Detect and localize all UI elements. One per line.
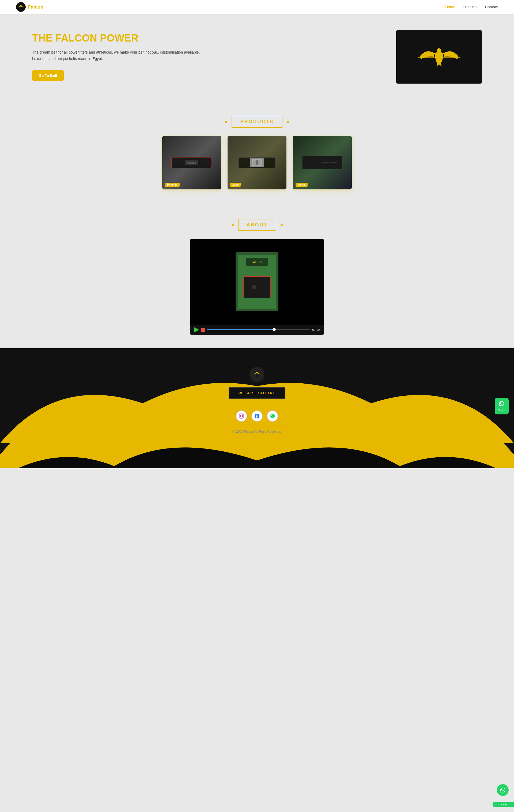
svg-text:FALCON: FALCON	[187, 162, 196, 164]
video-content: FALCON	[236, 252, 278, 311]
time-display: 00:10	[312, 328, 320, 331]
brand-name: Falcon	[28, 4, 43, 10]
product-card-3[interactable]: Venus	[293, 136, 352, 190]
product-card-1[interactable]: FALCON Phoenix	[162, 136, 221, 190]
logo-falcon-icon	[18, 4, 24, 10]
whatsapp-share-label: Share	[497, 409, 507, 411]
whatsapp-share-icon	[497, 401, 507, 408]
product-label-1: Phoenix	[165, 183, 180, 187]
social-box: WE ARE SOCIAL	[229, 387, 285, 399]
products-grid: FALCON Phoenix	[0, 136, 514, 190]
product-label-2: Levo	[230, 183, 241, 187]
video-screen: FALCON	[190, 239, 324, 325]
svg-point-18	[322, 162, 323, 164]
svg-point-13	[335, 162, 336, 164]
belt-svg-3	[301, 150, 344, 175]
hero-text: THE FALCON POWER The dream belt for all …	[32, 33, 386, 81]
svg-point-17	[324, 162, 326, 164]
svg-point-14	[332, 162, 334, 164]
nav-home[interactable]: Home	[445, 5, 455, 9]
dot-left	[225, 121, 227, 123]
social-title: WE ARE SOCIAL	[239, 391, 275, 395]
product-image-1: FALCON	[162, 136, 221, 190]
hero-falcon-svg	[418, 41, 460, 73]
logo[interactable]: Falcon	[16, 2, 43, 12]
svg-point-16	[327, 162, 329, 164]
hero-description: The dream belt for all powerlifters and …	[32, 49, 386, 62]
about-dot-left	[232, 224, 234, 226]
footer-copyright: © 2024 Falcon All Right Reserved	[0, 430, 514, 433]
svg-point-30	[270, 414, 275, 418]
whatsapp-share-button[interactable]: Share	[495, 398, 509, 414]
svg-text:FALCON: FALCON	[251, 261, 262, 264]
svg-point-25	[252, 285, 256, 289]
dot-right	[287, 121, 289, 123]
svg-point-28	[242, 414, 243, 415]
product-image-3	[293, 136, 352, 190]
progress-fill	[207, 329, 274, 330]
svg-point-15	[330, 162, 331, 164]
video-player: FALCON 00:10	[190, 239, 324, 335]
stop-button[interactable]	[201, 328, 205, 332]
product-image-2	[228, 136, 286, 190]
hero-title: THE FALCON POWER	[32, 33, 386, 44]
video-belt-svg: FALCON	[238, 255, 276, 309]
products-section: PRODUCTS FALCON Phoenix	[0, 100, 514, 203]
copyright-text: © 2024 Falcon All Right Reserved	[233, 430, 281, 433]
svg-rect-26	[239, 414, 244, 418]
social-icons	[0, 410, 514, 422]
logo-icon	[16, 2, 26, 12]
cta-button[interactable]: Go To Belt	[32, 70, 64, 81]
hero-image	[396, 30, 482, 84]
footer-mostaql: mostaql.com	[0, 436, 514, 439]
about-dot-right	[280, 224, 283, 226]
nav-links: Home Products Contact	[445, 5, 498, 9]
svg-point-0	[437, 48, 441, 53]
belt-svg-1: FALCON	[170, 152, 213, 173]
about-title: ABOUT	[238, 219, 276, 231]
about-header: ABOUT	[0, 219, 514, 231]
product-card-2[interactable]: Levo	[228, 136, 286, 190]
products-title: PRODUCTS	[232, 116, 282, 128]
svg-point-27	[240, 415, 243, 417]
svg-rect-23	[244, 277, 270, 298]
footer-falcon-icon	[252, 371, 262, 379]
play-button[interactable]	[194, 327, 199, 332]
about-section: ABOUT FALCON	[0, 203, 514, 348]
navbar: Falcon Home Products Contact	[0, 0, 514, 14]
belt-svg-2	[236, 150, 278, 175]
footer-logo	[249, 367, 265, 382]
progress-track[interactable]	[207, 329, 310, 330]
hero-section: THE FALCON POWER The dream belt for all …	[0, 14, 514, 100]
footer: WE ARE SOCIAL	[0, 348, 514, 468]
products-header: PRODUCTS	[0, 116, 514, 128]
video-controls: 00:10	[190, 325, 324, 335]
nav-contact[interactable]: Contact	[485, 5, 498, 9]
whatsapp-social-icon[interactable]	[267, 410, 278, 422]
progress-thumb	[273, 328, 276, 331]
svg-rect-11	[256, 160, 258, 165]
facebook-icon[interactable]	[251, 410, 263, 422]
product-label-3: Venus	[296, 183, 308, 187]
nav-products[interactable]: Products	[463, 5, 478, 9]
instagram-icon[interactable]	[236, 410, 247, 422]
